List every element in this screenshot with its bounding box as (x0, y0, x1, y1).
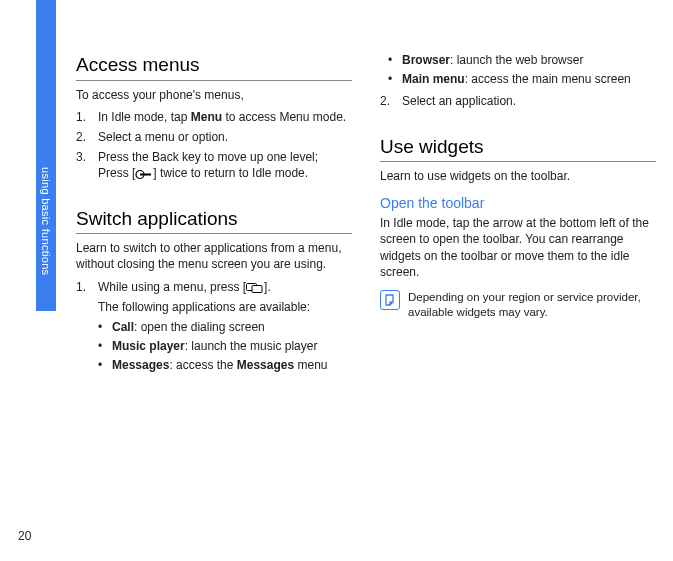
widgets-intro: Learn to use widgets on the toolbar. (380, 168, 656, 184)
list-item: Music player: launch the music player (98, 338, 352, 354)
bold: Browser (402, 53, 450, 67)
rule (380, 161, 656, 162)
svg-rect-3 (252, 285, 262, 292)
side-tab-label-wrap: using basic functions (36, 161, 56, 311)
access-step-2: Select a menu or option. (76, 129, 352, 145)
access-intro: To access your phone's menus, (76, 87, 352, 103)
text: Select an application. (402, 94, 516, 108)
text: : launch the web browser (450, 53, 583, 67)
heading-use-widgets: Use widgets (380, 134, 656, 160)
bold: Call (112, 320, 134, 334)
text: : access the main menu screen (465, 72, 631, 86)
access-steps: In Idle mode, tap Menu to access Menu mo… (76, 109, 352, 182)
text: While using a menu, press [ (98, 280, 246, 294)
heading-open-toolbar: Open the toolbar (380, 194, 656, 213)
bold: Menu (191, 110, 222, 124)
note-icon (380, 290, 400, 310)
rule (76, 233, 352, 234)
page-number: 20 (18, 529, 31, 543)
list-item: Main menu: access the main menu screen (388, 71, 656, 87)
text: : open the dialing screen (134, 320, 265, 334)
apps-list-left: Call: open the dialing screen Music play… (98, 319, 352, 374)
switch-step-2: Select an application. (380, 93, 656, 109)
text: menu (294, 358, 327, 372)
bold: Main menu (402, 72, 465, 86)
text: ]. (264, 280, 271, 294)
access-step-1: In Idle mode, tap Menu to access Menu mo… (76, 109, 352, 125)
bold: Messages (237, 358, 294, 372)
apps-list-right: Browser: launch the web browser Main men… (388, 52, 656, 87)
access-step-3: Press the Back key to move up one level;… (76, 149, 352, 181)
side-tab-label: using basic functions (40, 161, 52, 275)
end-key-icon (135, 169, 153, 180)
text: to access Menu mode. (222, 110, 346, 124)
side-tab-top (36, 0, 56, 161)
list-item: Call: open the dialing screen (98, 319, 352, 335)
toolbar-body: In Idle mode, tap the arrow at the botto… (380, 215, 656, 280)
list-item: Browser: launch the web browser (388, 52, 656, 68)
rule (76, 80, 352, 81)
svg-rect-1 (140, 173, 151, 175)
content-area: Access menus To access your phone's menu… (76, 52, 656, 384)
heading-switch-apps: Switch applications (76, 206, 352, 232)
right-column: Browser: launch the web browser Main men… (380, 52, 656, 384)
switch-steps-cont: Select an application. (380, 93, 656, 109)
switch-steps: While using a menu, press []. The follow… (76, 279, 352, 374)
side-tab: using basic functions (36, 0, 56, 561)
app-switch-icon (246, 282, 264, 293)
text: ] twice to return to Idle mode. (153, 166, 308, 180)
note-text: Depending on your region or service prov… (408, 290, 656, 320)
bold: Messages (112, 358, 169, 372)
note-box: Depending on your region or service prov… (380, 290, 656, 320)
switch-intro: Learn to switch to other applications fr… (76, 240, 352, 272)
bold: Music player (112, 339, 185, 353)
list-item: Messages: access the Messages menu (98, 357, 352, 373)
text: : access the (169, 358, 236, 372)
text: Select a menu or option. (98, 130, 228, 144)
text: In Idle mode, tap (98, 110, 191, 124)
switch-step-1: While using a menu, press []. The follow… (76, 279, 352, 374)
left-column: Access menus To access your phone's menu… (76, 52, 352, 384)
heading-access-menus: Access menus (76, 52, 352, 78)
text: : launch the music player (185, 339, 318, 353)
switch-subtext: The following applications are available… (98, 299, 352, 315)
